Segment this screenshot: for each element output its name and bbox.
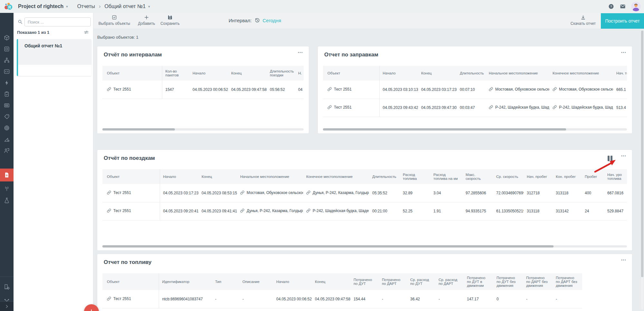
drafting-icon[interactable] [0,134,14,145]
link-cell[interactable]: Тест 2551 [102,184,160,202]
page-scrollbar-thumb[interactable] [641,31,643,277]
card-menu-button[interactable]: ... [621,152,626,158]
column-header: Объект [323,66,379,81]
report-table: ОбъектИдентификаторТипОписаниеНачалоКоне… [102,273,582,308]
column-header: Начало [379,66,418,81]
card-refuels-report: Отчет по заправкам ... ОбъектНачалоКонец… [317,46,632,134]
breadcrumb-separator: › [99,3,101,10]
select-objects-button[interactable]: Выбрать объекты [97,15,132,26]
table-cell: 665.1 [613,81,627,99]
pause-icon[interactable] [608,156,613,161]
save-button[interactable]: Сохранить [157,15,183,26]
add-button[interactable]: Добавить [135,15,158,26]
table-header-row: ОбъектКол-во пакетовНачалоКонецДлительно… [102,66,304,81]
chevron-down-icon: ▾ [148,5,150,9]
list-item[interactable]: Общий отчет №1 [17,39,91,76]
table-row: Тест 255104.05.2023 09:20:4104.05.2023 0… [102,202,627,220]
project-selector[interactable]: Project of rightech [18,4,63,9]
table-cell: 04.05.2023 00:06:52 [273,290,312,308]
download-report-button[interactable]: Скачать отчет [571,15,596,26]
link-cell[interactable]: Р-242, Шадейская будка, Шадейс... [486,99,549,117]
card-menu-button[interactable]: ... [621,48,626,54]
link-cell[interactable]: Дунья, Р-242, Казарма, Голдырев... [303,184,369,202]
column-header: Начальное местоположение [486,66,549,81]
column-header: Потрачено по ДАРТ без движения [523,273,553,290]
column-header: Конечное местоположение [549,66,613,81]
column-header: Нач. уро топлива [604,169,627,184]
report-table: ОбъектКол-во пакетовНачалоКонецДлительно… [102,66,304,99]
column-header: Начало [160,169,198,184]
column-header: Объект [102,273,159,290]
page: R Project of rightech ▾ Отчеты › Общий о… [0,0,644,311]
table-cell: 05:56:52 [267,81,295,99]
link-cell[interactable]: Тест 2551 [102,290,159,308]
scrollbar-thumb[interactable] [102,128,175,131]
avatar[interactable] [631,2,641,11]
table-cell: - [435,290,464,308]
card-intervals-report: Отчёт по интервалам ... ОбъектКол-во пак… [97,46,309,134]
clipboard-check-icon[interactable] [0,89,14,100]
search-input[interactable] [24,17,91,26]
reports-icon[interactable] [0,169,14,181]
breadcrumb-page[interactable]: Общий отчет №1 [105,4,146,9]
refuels-table: ОбъектНачалоКонецДлительностьНачальное м… [323,66,627,124]
card-menu-button[interactable]: ... [298,48,303,54]
door-settings-icon[interactable] [0,281,14,292]
card-menu-button[interactable]: ... [621,256,626,262]
history-clock-icon [254,17,260,23]
globe-icon[interactable] [0,122,14,133]
sitemap-icon[interactable] [0,55,14,66]
table-cell: 04.05.2023 09:20:41 [160,202,198,220]
column-header: Длительность поездки [267,66,295,81]
antenna-icon[interactable] [0,183,14,194]
link-cell[interactable]: Дунья, Р-242, Казарма, Голдырев... [237,202,303,220]
column-header: Пробег [582,169,604,184]
link-cell[interactable]: Тест 2551 [102,81,162,99]
column-header: Начало [273,273,312,290]
link-cell[interactable]: Тест 2551 [323,99,379,117]
cube-icon[interactable] [0,32,14,43]
link-cell[interactable]: Тест 2551 [323,81,379,99]
table-cell: 529.8847 [604,202,627,220]
plus-icon [144,15,149,20]
card-title: Отчёт по интервалам [104,52,162,58]
table-cell: 0 [493,290,523,308]
breadcrumb-section[interactable]: Отчеты [77,4,95,9]
code-icon[interactable] [0,66,14,77]
link-cell[interactable]: Мостовая, Обуховское сельское ... [549,81,613,99]
checkbox-icon [111,15,117,20]
horizontal-scrollbar [102,245,627,248]
column-header: Нач. пробег [524,169,553,184]
interval-value-link[interactable]: Сегодня [263,18,281,23]
link-cell[interactable]: Мостовая, Обуховское сельское ... [237,184,303,202]
column-header: Конец [198,169,237,184]
barcode-icon[interactable] [0,100,14,111]
mail-icon[interactable] [620,3,626,10]
table-cell: 04 [295,81,304,99]
report-toolbar: Выбрать объекты Добавить Сохранить Интер… [93,13,644,29]
tag-icon[interactable] [0,111,14,122]
chevron-right-icon[interactable] [0,301,14,311]
bolt-icon[interactable] [0,77,14,88]
driver-icon[interactable] [0,145,14,156]
help-icon[interactable]: ? [608,3,614,10]
scrollbar-thumb[interactable] [323,128,566,131]
column-header: Начальное местоположение [237,169,303,184]
column-header: Потрачено по ДУТ в движении [464,273,493,290]
build-report-button[interactable]: Построить отчет [601,13,644,29]
link-cell[interactable]: Тест 2551 [102,202,160,220]
link-cell[interactable]: Мостовая, Обуховское сельское ... [486,81,549,99]
link-cell[interactable]: Р-242, Шадейская будка, Шадейс... [549,99,613,117]
window-icon[interactable] [0,44,14,54]
table-header-row: ОбъектИдентификаторТипОписаниеНачалоКоне… [102,273,582,290]
column-header: Ср. расход по ДАРТ [435,273,464,290]
selected-objects-count: Выбрано объектов: 1 [97,35,138,40]
scrollbar-thumb[interactable] [102,245,554,248]
card-title: Отчет по топливу [104,259,152,266]
table-cell: 04.05.2023 08:53:15 [198,184,237,202]
filter-sliders-icon[interactable] [83,29,89,35]
horizontal-scrollbar [102,128,304,131]
list-item-label: Общий отчет №1 [17,39,91,65]
flask-icon[interactable] [0,195,14,206]
link-cell[interactable]: Р-242, Шадейская будка, Шадейс... [303,202,369,220]
